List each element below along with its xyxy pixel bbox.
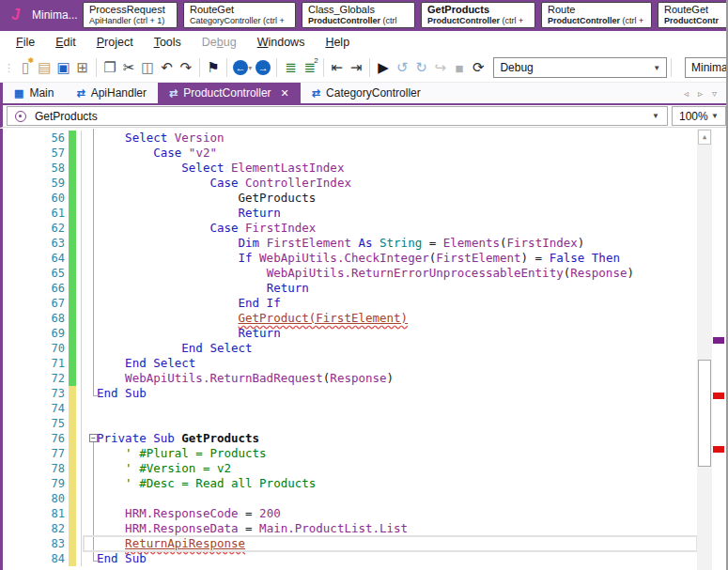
code-text: Case "v2" [97, 146, 699, 161]
redo-icon[interactable]: ↷ [177, 57, 195, 78]
restart-icon[interactable]: ⟳ [469, 57, 488, 78]
quick-jump-tab-routeget[interactable]: RouteGetCategoryController (ctrl + [183, 2, 296, 28]
code-line-64[interactable]: 64 If WebApiUtils.CheckInteger(FirstElem… [3, 251, 699, 266]
chevron-down-icon[interactable]: ▼ [711, 112, 719, 120]
step-over-icon[interactable]: ↺ [393, 57, 411, 78]
code-line-77[interactable]: 77 ' #Plural = Products [3, 446, 699, 461]
chevron-down-icon[interactable]: ▼ [653, 64, 660, 72]
fold-margin [81, 461, 97, 476]
step-out-icon[interactable]: ↪ [431, 57, 450, 78]
fold-margin [81, 281, 97, 296]
outdent-icon: ⇤ [332, 59, 344, 76]
run-icon[interactable]: ▶ [374, 57, 393, 78]
code-line-63[interactable]: 63 Dim FirstElement As String = Elements… [3, 236, 699, 251]
tab-list-dropdown-icon[interactable]: ▿ [712, 88, 717, 99]
open-file-icon[interactable]: ▤ [35, 57, 54, 78]
mark-red-1[interactable] [713, 393, 724, 399]
menu-file[interactable]: File [6, 32, 45, 53]
doc-tab-apihandler[interactable]: ⇄ApiHandler [65, 83, 158, 103]
code-line-84[interactable]: 84End Sub [3, 551, 699, 566]
format-code-icon[interactable]: ≣ [281, 57, 300, 78]
bookmark-icon[interactable]: ⚑ [204, 57, 223, 78]
toolbar: ⋮▯✱▤▣⊞❐✂◫↶↷⚑←▾→≣≣2⇤⇥▶↺↻↪■⟳Debug▼MinimaLi… [0, 54, 728, 83]
code-editor[interactable]: 56 Select Version57 Case "v2"58 Select E… [0, 129, 728, 570]
code-line-83[interactable]: 83 ReturnApiResponse [3, 536, 699, 551]
scroll-tabs-left-icon[interactable]: ◃ [684, 88, 689, 99]
code-line-58[interactable]: 58 Select ElementLastIndex [3, 161, 699, 176]
save-icon[interactable]: ▣ [54, 57, 72, 78]
undo-icon[interactable]: ↶ [158, 57, 177, 78]
scrollbar-thumb[interactable] [698, 360, 711, 467]
code-line-65[interactable]: 65 WebApiUtils.ReturnErrorUnprocessableE… [3, 266, 699, 281]
code-line-82[interactable]: 82 HRM.ResponseData = Main.ProductList.L… [3, 521, 699, 536]
quick-jump-tab-route[interactable]: RouteProductController (ctrl + [541, 2, 652, 28]
doc-tab-main[interactable]: ▦Main [3, 83, 65, 103]
line-number: 64 [3, 251, 65, 266]
code-line-75[interactable]: 75 [3, 416, 699, 431]
vertical-scrollbar[interactable]: ▲ [697, 129, 712, 570]
project-name-field[interactable]: MinimaList [685, 57, 728, 78]
menu-help[interactable]: Help [315, 32, 360, 53]
navigate-forward-icon[interactable]: → [254, 57, 272, 78]
new-file-icon[interactable]: ▯✱ [16, 57, 35, 78]
code-line-66[interactable]: 66 Return [3, 281, 699, 296]
cut-icon[interactable]: ✂ [119, 57, 138, 78]
mark-red-2[interactable] [713, 446, 724, 453]
code-line-76[interactable]: 76Private Sub GetProducts [3, 431, 699, 446]
code-line-74[interactable]: 74 [3, 401, 699, 416]
zoom-selector[interactable]: 100% ▼ [672, 106, 726, 126]
code-line-71[interactable]: 71 End Select [3, 356, 699, 371]
code-line-78[interactable]: 78 ' #Version = v2 [3, 461, 699, 476]
code-line-61[interactable]: 61 Return [3, 206, 699, 221]
code-line-72[interactable]: 72 WebApiUtils.ReturnBadRequest(Response… [3, 371, 699, 386]
quick-jump-tab-processrequest[interactable]: ProcessRequestApiHandler (ctrl + 1) [83, 2, 178, 28]
menu-debug[interactable]: Debug [192, 32, 247, 53]
collapse-region-icon[interactable]: − [89, 434, 98, 442]
code-line-60[interactable]: 60 GetProducts [3, 191, 699, 206]
stop-icon[interactable]: ■ [450, 57, 469, 78]
indent-icon[interactable]: ⇥ [347, 57, 365, 78]
copy-icon[interactable]: ❐ [101, 57, 119, 78]
modules-icon: ⊞ [77, 59, 89, 76]
code-line-59[interactable]: 59 Case ControllerIndex [3, 176, 699, 191]
build-configuration-select[interactable]: Debug▼ [493, 57, 667, 78]
method-selector[interactable]: GetProducts ▼ [7, 106, 668, 126]
code-line-70[interactable]: 70 End Select [3, 341, 699, 356]
close-tab-icon[interactable]: ✕ [281, 87, 289, 100]
toolbar-separator [369, 58, 370, 77]
method-selector-value: GetProducts [35, 110, 652, 123]
code-line-62[interactable]: 62 Case FirstIndex [3, 221, 699, 236]
menu-edit[interactable]: Edit [45, 32, 86, 53]
menu-windows[interactable]: Windows [247, 32, 316, 53]
quick-jump-tab-class_globals[interactable]: Class_GlobalsProductController (ctrl [302, 2, 415, 28]
mark-purple[interactable] [713, 337, 724, 344]
doc-tab-categorycontroller[interactable]: ⇄CategoryController [301, 83, 432, 103]
code-line-57[interactable]: 57 Case "v2" [3, 146, 699, 161]
toolbar-grip: ⋮ [4, 62, 13, 74]
code-line-73[interactable]: 73End Sub [3, 386, 699, 401]
scroll-up-arrow-icon[interactable]: ▲ [698, 130, 711, 145]
outdent-icon[interactable]: ⇤ [328, 57, 347, 78]
code-line-80[interactable]: 80 [3, 491, 699, 506]
quick-jump-tab-getproducts[interactable]: GetProductsProductController (ctrl + [421, 2, 535, 28]
fold-margin [81, 221, 97, 236]
modules-icon[interactable]: ⊞ [73, 57, 92, 78]
code-line-69[interactable]: 69 Return [3, 326, 699, 341]
comment-code-icon[interactable]: ≣2 [301, 57, 319, 78]
code-line-56[interactable]: 56 Select Version [3, 131, 699, 146]
fold-margin [81, 326, 97, 341]
code-line-68[interactable]: 68 GetProduct(FirstElement) [3, 311, 699, 326]
code-line-81[interactable]: 81 HRM.ResponseCode = 200 [3, 506, 699, 521]
quick-jump-tab-routeget[interactable]: RouteGetProductContr [658, 2, 728, 28]
menu-tools[interactable]: Tools [144, 32, 192, 53]
step-into-icon[interactable]: ↻ [411, 57, 430, 78]
zoom-selector-value: 100% [679, 110, 708, 123]
chevron-down-icon[interactable]: ▼ [652, 112, 659, 120]
paste-icon[interactable]: ◫ [138, 57, 157, 78]
code-line-67[interactable]: 67 End If [3, 296, 699, 311]
scroll-tabs-right-icon[interactable]: ▹ [698, 88, 703, 99]
doc-tab-productcontroller[interactable]: ⇄ProductController✕ [158, 83, 301, 103]
code-line-79[interactable]: 79 ' #Desc = Read all Products [3, 476, 699, 491]
menu-project[interactable]: Project [86, 32, 144, 53]
navigate-back-icon[interactable]: ← [231, 57, 250, 78]
